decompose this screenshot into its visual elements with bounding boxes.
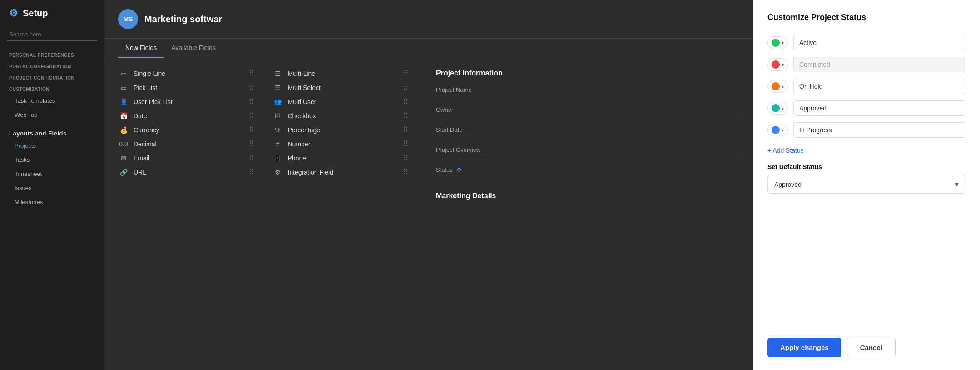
drag-handle[interactable]: ⠿ bbox=[403, 168, 408, 176]
sidebar-item-web-tab[interactable]: Web Tab bbox=[0, 108, 104, 122]
field-label: Multi User bbox=[288, 98, 317, 105]
email-icon: ✉ bbox=[118, 155, 129, 162]
drag-handle[interactable]: ⠿ bbox=[403, 140, 408, 148]
drag-handle[interactable]: ⠿ bbox=[249, 83, 254, 92]
checkbox-icon: ☑ bbox=[272, 112, 283, 120]
tab-available-fields[interactable]: Available Fields bbox=[164, 39, 223, 58]
content-columns: ▭ Single-Line ⠿ ☰ Multi-Line ⠿ ▭ Pick Li… bbox=[104, 58, 753, 370]
field-date[interactable]: 📅 Date ⠿ bbox=[118, 111, 254, 120]
chevron-down-icon: ▾ bbox=[782, 106, 784, 111]
status-input-on-hold[interactable] bbox=[793, 79, 965, 94]
action-buttons: Apply changes Cancel bbox=[767, 338, 965, 357]
sidebar-section-personal: PERSONAL PREFERENCES bbox=[0, 48, 104, 60]
gear-icon-status[interactable]: ⚙ bbox=[456, 166, 462, 173]
sidebar-item-milestones[interactable]: Milestones bbox=[0, 195, 104, 209]
field-label: Multi Select bbox=[288, 84, 321, 91]
right-panel: Customize Project Status ▾ ▾ ▾ bbox=[753, 0, 980, 370]
chevron-down-icon: ▾ bbox=[782, 62, 784, 67]
currency-icon: 💰 bbox=[118, 126, 129, 134]
add-status-button[interactable]: + Add Status bbox=[767, 147, 965, 154]
field-percentage[interactable]: % Percentage ⠿ bbox=[272, 125, 409, 134]
field-label: Multi-Line bbox=[288, 70, 316, 77]
status-input-in-progress[interactable] bbox=[793, 122, 965, 138]
field-label: URL bbox=[134, 169, 146, 176]
multi-user-icon: 👥 bbox=[272, 98, 283, 105]
field-multi-user[interactable]: 👥 Multi User ⠿ bbox=[272, 97, 409, 106]
drag-handle[interactable]: ⠿ bbox=[249, 168, 254, 176]
field-label: Single-Line bbox=[134, 70, 165, 77]
drag-handle[interactable]: ⠿ bbox=[249, 69, 254, 78]
color-picker-on-hold[interactable]: ▾ bbox=[767, 80, 788, 93]
color-picker-in-progress[interactable]: ▾ bbox=[767, 124, 788, 136]
drag-handle[interactable]: ⠿ bbox=[403, 97, 408, 106]
default-status-label: Set Default Status bbox=[767, 163, 965, 170]
select-value: Approved bbox=[774, 181, 802, 188]
field-number[interactable]: # Number ⠿ bbox=[272, 140, 409, 148]
drag-handle[interactable]: ⠿ bbox=[249, 140, 254, 148]
field-multi-line[interactable]: ☰ Multi-Line ⠿ bbox=[272, 69, 409, 78]
field-user-pick-list[interactable]: 👤 User Pick List ⠿ bbox=[118, 97, 254, 106]
field-url[interactable]: 🔗 URL ⠿ bbox=[118, 168, 254, 176]
status-input-active[interactable] bbox=[793, 35, 965, 50]
drag-handle[interactable]: ⠿ bbox=[403, 154, 408, 162]
user-pick-list-icon: 👤 bbox=[118, 98, 129, 105]
search-input[interactable] bbox=[7, 28, 97, 41]
top-bar: MS Marketing softwar bbox=[104, 0, 753, 39]
color-picker-active[interactable]: ▾ bbox=[767, 36, 788, 49]
fields-column: ▭ Single-Line ⠿ ☰ Multi-Line ⠿ ▭ Pick Li… bbox=[104, 58, 422, 370]
sidebar-item-projects[interactable]: Projects bbox=[0, 139, 104, 153]
main-content: MS Marketing softwar New Fields Availabl… bbox=[104, 0, 753, 370]
drag-handle[interactable]: ⠿ bbox=[249, 125, 254, 134]
tab-new-fields[interactable]: New Fields bbox=[118, 39, 164, 58]
sidebar-item-task-templates[interactable]: Task Templates bbox=[0, 94, 104, 108]
single-line-icon: ▭ bbox=[118, 70, 129, 77]
drag-handle[interactable]: ⠿ bbox=[403, 83, 408, 92]
field-checkbox[interactable]: ☑ Checkbox ⠿ bbox=[272, 111, 409, 120]
sidebar-section-customization: CUSTOMIZATION bbox=[0, 82, 104, 94]
field-integration[interactable]: ⚙ Integration Field ⠿ bbox=[272, 168, 409, 176]
color-picker-approved[interactable]: ▾ bbox=[767, 102, 788, 115]
sidebar: ⚙ Setup PERSONAL PREFERENCES PORTAL CONF… bbox=[0, 0, 104, 370]
sidebar-item-timesheet[interactable]: Timesheet bbox=[0, 167, 104, 181]
integration-icon: ⚙ bbox=[272, 169, 283, 176]
project-info-title: Project Information bbox=[436, 69, 739, 77]
sidebar-item-issues[interactable]: Issues bbox=[0, 181, 104, 195]
field-label: Phone bbox=[288, 155, 306, 162]
field-phone[interactable]: 📱 Phone ⠿ bbox=[272, 154, 409, 162]
status-input-completed[interactable] bbox=[793, 57, 965, 72]
drag-handle[interactable]: ⠿ bbox=[249, 111, 254, 120]
field-email[interactable]: ✉ Email ⠿ bbox=[118, 154, 254, 162]
status-input-approved[interactable] bbox=[793, 100, 965, 116]
gear-icon: ⚙ bbox=[9, 7, 18, 19]
field-currency[interactable]: 💰 Currency ⠿ bbox=[118, 125, 254, 134]
color-dot-active bbox=[772, 39, 780, 47]
sidebar-header: ⚙ Setup bbox=[0, 7, 104, 28]
field-multi-select[interactable]: ☰ Multi Select ⠿ bbox=[272, 83, 409, 92]
drag-handle[interactable]: ⠿ bbox=[249, 154, 254, 162]
drag-handle[interactable]: ⠿ bbox=[403, 111, 408, 120]
field-label: Currency bbox=[134, 126, 159, 134]
field-label: Pick List bbox=[134, 84, 157, 91]
sidebar-item-tasks[interactable]: Tasks bbox=[0, 153, 104, 167]
drag-handle[interactable]: ⠿ bbox=[403, 69, 408, 78]
drag-handle[interactable]: ⠿ bbox=[403, 125, 408, 134]
field-status: Status ⚙ bbox=[436, 166, 739, 178]
drag-handle[interactable]: ⠿ bbox=[249, 97, 254, 106]
phone-icon: 📱 bbox=[272, 155, 283, 162]
color-dot-approved bbox=[772, 104, 780, 112]
apply-changes-button[interactable]: Apply changes bbox=[767, 338, 841, 357]
field-project-overview: Project Overview bbox=[436, 146, 739, 158]
color-picker-completed[interactable]: ▾ bbox=[767, 58, 788, 71]
field-decimal[interactable]: 0.0 Decimal ⠿ bbox=[118, 140, 254, 148]
url-icon: 🔗 bbox=[118, 169, 129, 176]
multi-line-icon: ☰ bbox=[272, 70, 283, 77]
number-icon: # bbox=[272, 140, 283, 148]
field-single-line[interactable]: ▭ Single-Line ⠿ bbox=[118, 69, 254, 78]
field-label: Date bbox=[134, 112, 147, 120]
field-pick-list[interactable]: ▭ Pick List ⠿ bbox=[118, 83, 254, 92]
project-title: Marketing softwar bbox=[144, 14, 222, 25]
sidebar-search-container bbox=[0, 28, 104, 48]
default-status-select[interactable]: Approved ▾ bbox=[767, 175, 965, 194]
field-label: User Pick List bbox=[134, 98, 173, 105]
cancel-button[interactable]: Cancel bbox=[847, 338, 896, 357]
